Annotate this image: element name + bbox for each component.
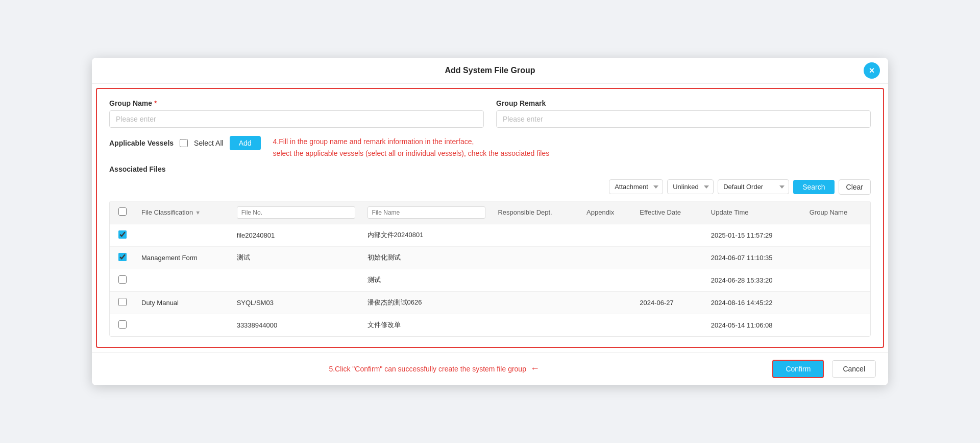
cancel-button[interactable]: Cancel (832, 360, 876, 378)
th-file-name (361, 201, 492, 224)
row-checkbox-4[interactable] (118, 320, 127, 329)
row-file-name: 初始化测试 (361, 246, 492, 269)
row-checkbox-cell (110, 269, 135, 291)
th-checkbox (110, 201, 135, 224)
group-remark-input[interactable] (496, 110, 871, 128)
th-effective-date: Effective Date (633, 201, 705, 224)
row-checkbox-cell (110, 291, 135, 314)
row-responsible-dept (492, 291, 580, 314)
row-appendix (580, 269, 633, 291)
row-responsible-dept (492, 224, 580, 246)
table-header-row: File Classification ▼ Responsible Dept. … (110, 201, 870, 224)
group-name-label: Group Name * (109, 99, 484, 107)
group-remark-label: Group Remark (496, 99, 871, 107)
table-row: 33338944000 文件修改单 2024-05-14 11:06:08 (110, 314, 870, 336)
row-classification: Management Form (135, 246, 231, 269)
table-row: 测试 2024-06-28 15:33:20 (110, 269, 870, 291)
row-update-time: 2024-05-14 11:06:08 (705, 314, 803, 336)
select-all-table-checkbox[interactable] (118, 207, 127, 216)
th-update-time: Update Time (705, 201, 803, 224)
row-appendix (580, 224, 633, 246)
row-appendix (580, 314, 633, 336)
row-file-no (231, 269, 361, 291)
attachment-filter-select[interactable]: Attachment (609, 179, 663, 194)
th-responsible-dept: Responsible Dept. (492, 201, 580, 224)
files-table-container: File Classification ▼ Responsible Dept. … (109, 201, 871, 337)
row-checkbox-1[interactable] (118, 253, 127, 261)
row-effective-date (633, 224, 705, 246)
unlinked-filter-select[interactable]: Unlinked (667, 179, 714, 194)
confirm-button[interactable]: Confirm (772, 360, 824, 378)
modal-container: Add System File Group × Group Name * Gro… (92, 58, 888, 385)
row-file-no: 测试 (231, 246, 361, 269)
search-button[interactable]: Search (793, 180, 834, 194)
row-file-name: 内部文件20240801 (361, 224, 492, 246)
select-all-label: Select All (194, 139, 224, 147)
group-name-input[interactable] (109, 110, 484, 128)
row-update-time: 2025-01-15 11:57:29 (705, 224, 803, 246)
row-file-name: 文件修改单 (361, 314, 492, 336)
classification-filter-icon[interactable]: ▼ (195, 209, 201, 216)
row-file-no: file20240801 (231, 224, 361, 246)
form-row-top: Group Name * Group Remark (109, 99, 871, 128)
row-classification (135, 269, 231, 291)
instruction-text: 4.Fill in the group name and remark info… (273, 136, 550, 159)
files-table: File Classification ▼ Responsible Dept. … (110, 201, 870, 336)
row-responsible-dept (492, 246, 580, 269)
row-group-name (803, 269, 870, 291)
row-checkbox-cell (110, 246, 135, 269)
table-row: file20240801 内部文件20240801 2025-01-15 11:… (110, 224, 870, 246)
modal-header: Add System File Group × (92, 58, 888, 84)
order-filter-select[interactable]: Default Order (718, 179, 789, 194)
modal-footer: 5.Click "Confirm" can successfully creat… (92, 352, 888, 385)
modal-body: Group Name * Group Remark Applicable Ves… (96, 88, 884, 348)
th-file-no (231, 201, 361, 224)
row-group-name (803, 246, 870, 269)
clear-button[interactable]: Clear (839, 179, 871, 195)
row-update-time: 2024-08-16 14:45:22 (705, 291, 803, 314)
row-checkbox-2[interactable] (118, 275, 127, 284)
row-effective-date: 2024-06-27 (633, 291, 705, 314)
row-file-no: SYQL/SM03 (231, 291, 361, 314)
file-no-filter-input[interactable] (237, 206, 355, 219)
table-row: Management Form 测试 初始化测试 2024-06-07 11:1… (110, 246, 870, 269)
row-checkbox-0[interactable] (118, 230, 127, 239)
associated-files-label: Associated Files (109, 165, 871, 173)
row-checkbox-cell (110, 314, 135, 336)
row-appendix (580, 246, 633, 269)
row-effective-date (633, 269, 705, 291)
footer-instruction: 5.Click "Confirm" can successfully creat… (104, 363, 764, 374)
table-row: Duty Manual SYQL/SM03 潘俊杰的测试0626 2024-06… (110, 291, 870, 314)
row-update-time: 2024-06-07 11:10:35 (705, 246, 803, 269)
arrow-icon: ← (530, 363, 540, 374)
row-update-time: 2024-06-28 15:33:20 (705, 269, 803, 291)
group-remark-field: Group Remark (496, 99, 871, 128)
vessels-row: Applicable Vessels Select All Add (109, 136, 261, 150)
close-button[interactable]: × (864, 62, 880, 79)
row-file-name: 潘俊杰的测试0626 (361, 291, 492, 314)
row-responsible-dept (492, 269, 580, 291)
row-effective-date (633, 246, 705, 269)
row-checkbox-3[interactable] (118, 298, 127, 306)
th-appendix: Appendix (580, 201, 633, 224)
row-checkbox-cell (110, 224, 135, 246)
row-file-name: 测试 (361, 269, 492, 291)
row-file-no: 33338944000 (231, 314, 361, 336)
th-group-name: Group Name (803, 201, 870, 224)
row-responsible-dept (492, 314, 580, 336)
row-classification (135, 224, 231, 246)
row-effective-date (633, 314, 705, 336)
group-name-field: Group Name * (109, 99, 484, 128)
vessels-label: Applicable Vessels (109, 139, 174, 147)
file-name-filter-input[interactable] (368, 206, 486, 219)
row-classification (135, 314, 231, 336)
row-group-name (803, 314, 870, 336)
add-vessels-button[interactable]: Add (230, 136, 261, 150)
row-group-name (803, 291, 870, 314)
row-group-name (803, 224, 870, 246)
row-appendix (580, 291, 633, 314)
table-body: file20240801 内部文件20240801 2025-01-15 11:… (110, 224, 870, 336)
select-all-checkbox[interactable] (180, 139, 188, 147)
th-classification: File Classification ▼ (135, 201, 231, 224)
filter-row: Attachment Unlinked Default Order Search… (109, 179, 871, 195)
